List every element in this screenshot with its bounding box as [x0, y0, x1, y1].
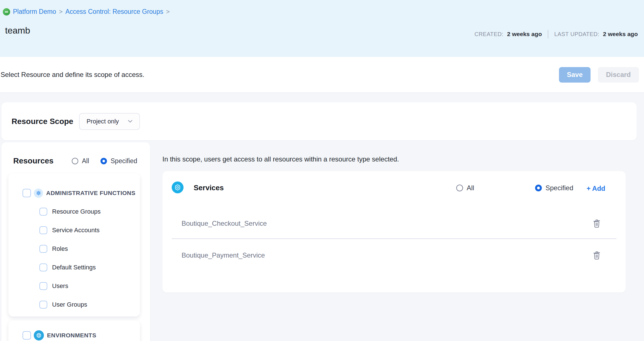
environments-card: ENVIRONMENTS: [8, 320, 140, 341]
services-card: Services All Specified + Add Boutique_Ch…: [162, 171, 626, 293]
infinity-icon: ∞: [5, 9, 8, 14]
gear-icon: [34, 189, 43, 198]
scope-note: In this scope, users get access to all r…: [162, 155, 399, 163]
resource-item-row: Service Accounts: [8, 221, 140, 240]
administrative-functions-card: ADMINISTRATIVE FUNCTIONS Resource Groups…: [8, 173, 140, 316]
radio-checked-icon[interactable]: [535, 185, 542, 191]
delete-service-button[interactable]: [592, 219, 601, 228]
breadcrumb-link-platform-demo[interactable]: Platform Demo: [13, 8, 56, 15]
breadcrumb: ∞ Platform Demo > Access Control: Resour…: [3, 8, 170, 15]
trash-icon: [592, 219, 601, 228]
resource-group-row: ADMINISTRATIVE FUNCTIONS: [8, 184, 140, 202]
delete-service-button[interactable]: [592, 251, 601, 260]
group-label: ADMINISTRATIVE FUNCTIONS: [46, 190, 135, 196]
resources-title: Resources: [13, 156, 53, 165]
page-title: teamb: [5, 25, 30, 36]
service-row: Boutique_Payment_Service: [162, 239, 626, 272]
last-updated-label: LAST UPDATED:: [554, 31, 599, 37]
group-label: ENVIRONMENTS: [47, 332, 96, 339]
trash-icon: [592, 251, 601, 260]
radio-unchecked-icon[interactable]: [72, 158, 78, 164]
resources-radio-all[interactable]: All: [72, 157, 89, 165]
radio-checked-icon[interactable]: [100, 158, 107, 164]
created-label: CREATED:: [475, 31, 504, 37]
resource-item-row: Default Settings: [8, 258, 140, 277]
checkbox-service-accounts[interactable]: [39, 226, 47, 234]
platform-logo-icon: ∞: [3, 8, 10, 15]
resource-scope-dropdown[interactable]: Project only: [79, 113, 140, 130]
action-bar: Select Resource and define its scope of …: [0, 57, 644, 93]
action-buttons: Save Discard: [559, 67, 639, 83]
meta-divider: [548, 30, 548, 38]
save-button[interactable]: Save: [559, 67, 591, 83]
breadcrumb-link-resource-groups[interactable]: Access Control: Resource Groups: [65, 8, 163, 15]
checkbox-roles[interactable]: [39, 245, 47, 253]
checkbox-resource-groups[interactable]: [39, 208, 47, 216]
checkbox-user-groups[interactable]: [39, 301, 47, 309]
resource-group-row: ENVIRONMENTS: [8, 326, 140, 341]
services-hexagon-icon: [172, 181, 184, 193]
checkbox-environments[interactable]: [23, 331, 31, 340]
chevron-down-icon: [128, 120, 133, 123]
access-control-page: ∞ Platform Demo > Access Control: Resour…: [0, 0, 644, 341]
service-name: Boutique_Checkout_Service: [182, 220, 267, 227]
service-name: Boutique_Payment_Service: [182, 251, 265, 259]
globe-icon: [34, 330, 44, 340]
last-updated-value: 2 weeks ago: [603, 31, 638, 37]
service-row: Boutique_Checkout_Service: [162, 209, 626, 238]
resource-item-row: Users: [8, 277, 140, 295]
checkbox-default-settings[interactable]: [39, 264, 47, 271]
action-description: Select Resource and define its scope of …: [1, 71, 144, 79]
discard-button[interactable]: Discard: [598, 67, 639, 83]
resource-item-row: Resource Groups: [8, 202, 140, 221]
resource-item-row: User Groups: [8, 295, 140, 314]
resource-item-row: Roles: [8, 240, 140, 258]
record-meta: CREATED: 2 weeks ago LAST UPDATED: 2 wee…: [475, 30, 638, 38]
services-radio-specified[interactable]: Specified: [535, 184, 573, 192]
page-header: ∞ Platform Demo > Access Control: Resour…: [0, 0, 644, 57]
resource-scope-label: Resource Scope: [12, 117, 73, 126]
services-header: Services All Specified + Add: [162, 171, 626, 205]
checkbox-administrative-functions[interactable]: [23, 189, 31, 197]
created-value: 2 weeks ago: [507, 31, 542, 37]
chevron-right-icon: >: [166, 8, 170, 15]
add-service-button[interactable]: + Add: [587, 185, 605, 192]
services-title: Services: [194, 183, 224, 192]
services-radio-all[interactable]: All: [456, 184, 474, 192]
resources-panel: Resources All Specified ADMINISTRATIV: [1, 142, 150, 341]
resources-radio-specified[interactable]: Specified: [100, 157, 137, 165]
chevron-right-icon: >: [59, 8, 62, 15]
resources-header: Resources All Specified: [1, 142, 150, 173]
resource-scope-selected-value: Project only: [86, 118, 119, 125]
radio-unchecked-icon[interactable]: [456, 185, 463, 191]
services-list: Boutique_Checkout_Service Boutique_Payme…: [162, 209, 626, 272]
resource-scope-card: Resource Scope Project only: [1, 102, 637, 140]
checkbox-users[interactable]: [39, 282, 47, 290]
